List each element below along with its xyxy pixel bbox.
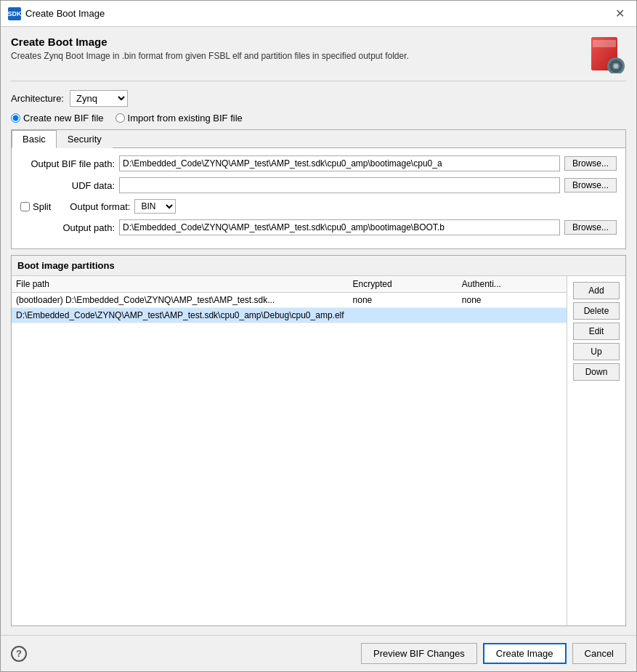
cell-filepath-1: (bootloader) D:\Embedded_Code\ZYNQ\AMP_t… — [12, 293, 349, 308]
radio-row: Create new BIF file Import from existing… — [11, 113, 626, 124]
partitions-header: Boot image partitions — [12, 256, 625, 276]
output-path-label: Output path: — [20, 222, 115, 233]
radio-create-new[interactable]: Create new BIF file — [11, 113, 104, 124]
arch-select[interactable]: Zynq ZynqMP — [70, 90, 128, 107]
title-bar: SDK Create Boot Image ✕ — [1, 1, 636, 27]
svg-rect-2 — [593, 40, 616, 47]
create-image-button[interactable]: Create Image — [483, 643, 567, 664]
udf-data-browse-btn[interactable]: Browse... — [564, 178, 617, 193]
footer: ? Preview BIF Changes Create Image Cance… — [1, 635, 636, 671]
split-checkbox-label[interactable]: Split — [20, 201, 51, 212]
split-checkbox[interactable] — [20, 202, 30, 211]
cell-authen-2 — [458, 308, 567, 323]
partitions-actions: Add Delete Edit Up Down — [567, 276, 625, 626]
udf-data-input[interactable] — [119, 177, 560, 193]
table-row[interactable]: (bootloader) D:\Embedded_Code\ZYNQ\AMP_t… — [12, 293, 567, 308]
add-button[interactable]: Add — [573, 282, 620, 299]
boot-image-icon — [588, 36, 626, 73]
help-icon[interactable]: ? — [11, 646, 27, 662]
delete-button[interactable]: Delete — [573, 302, 620, 320]
separator-1 — [11, 81, 626, 81]
tab-basic[interactable]: Basic — [12, 130, 57, 148]
udf-data-row: UDF data: Browse... — [20, 177, 617, 193]
output-bif-input[interactable] — [119, 155, 560, 171]
cell-encrypted-1: none — [349, 293, 458, 308]
col-header-authen: Authenti... — [458, 276, 567, 293]
header-text: Create Boot Image Creates Zynq Boot Imag… — [11, 36, 409, 61]
col-header-encrypted: Encrypted — [349, 276, 458, 293]
sdk-icon: SDK — [8, 7, 21, 20]
header-icon — [588, 36, 626, 73]
output-bif-browse-btn[interactable]: Browse... — [564, 156, 617, 171]
tab-bar: Basic Security — [12, 130, 625, 148]
tab-basic-content: Output BIF file path: Browse... UDF data… — [12, 148, 625, 248]
arch-label: Architecture: — [11, 93, 64, 104]
cell-authen-1: none — [458, 293, 567, 308]
dialog: SDK Create Boot Image ✕ Create Boot Imag… — [0, 0, 637, 672]
output-path-input[interactable] — [119, 219, 560, 235]
partitions-table-wrapper: File path Encrypted Authenti... (bootloa… — [12, 276, 567, 626]
title-bar-left: SDK Create Boot Image — [8, 7, 105, 20]
radio-import-input[interactable] — [115, 113, 125, 123]
radio-create-new-label: Create new BIF file — [23, 113, 104, 124]
radio-create-new-input[interactable] — [11, 113, 20, 123]
dialog-title: Create Boot Image — [11, 36, 409, 48]
down-button[interactable]: Down — [573, 363, 620, 381]
radio-import-label: Import from existing BIF file — [128, 113, 243, 124]
partitions-body: File path Encrypted Authenti... (bootloa… — [12, 276, 625, 626]
output-format-label: Output format: — [70, 201, 130, 212]
up-button[interactable]: Up — [573, 343, 620, 360]
udf-data-label: UDF data: — [20, 180, 115, 191]
svg-point-5 — [614, 64, 618, 68]
tab-security[interactable]: Security — [57, 130, 113, 148]
partitions-section: Boot image partitions File path Encrypte… — [11, 255, 626, 626]
output-format: Output format: BIN MCS — [70, 199, 176, 214]
output-path-row: Output path: Browse... — [20, 219, 617, 235]
content-area: Create Boot Image Creates Zynq Boot Imag… — [1, 27, 636, 635]
output-path-browse-btn[interactable]: Browse... — [564, 220, 617, 235]
dialog-description: Creates Zynq Boot Image in .bin format f… — [11, 51, 409, 61]
preview-bif-button[interactable]: Preview BIF Changes — [361, 643, 477, 664]
table-row[interactable]: D:\Embedded_Code\ZYNQ\AMP_test\AMP_test.… — [12, 308, 567, 323]
output-bif-row: Output BIF file path: Browse... — [20, 155, 617, 171]
cancel-button[interactable]: Cancel — [572, 643, 626, 664]
split-label: Split — [33, 201, 51, 212]
edit-button[interactable]: Edit — [573, 323, 620, 340]
title-bar-text: Create Boot Image — [25, 8, 105, 19]
partitions-table: File path Encrypted Authenti... (bootloa… — [12, 276, 567, 323]
footer-buttons: Preview BIF Changes Create Image Cancel — [361, 643, 626, 664]
cell-encrypted-2 — [349, 308, 458, 323]
output-format-select[interactable]: BIN MCS — [134, 199, 176, 214]
cell-filepath-2: D:\Embedded_Code\ZYNQ\AMP_test\AMP_test.… — [12, 308, 349, 323]
output-bif-label: Output BIF file path: — [20, 158, 115, 169]
table-header-row: File path Encrypted Authenti... — [12, 276, 567, 293]
col-header-filepath: File path — [12, 276, 349, 293]
header-section: Create Boot Image Creates Zynq Boot Imag… — [11, 36, 626, 73]
close-button[interactable]: ✕ — [611, 5, 629, 22]
arch-row: Architecture: Zynq ZynqMP — [11, 90, 626, 107]
split-format-row: Split Output format: BIN MCS — [20, 199, 617, 214]
tabs-panel: Basic Security Output BIF file path: Bro… — [11, 129, 626, 249]
radio-import[interactable]: Import from existing BIF file — [115, 113, 243, 124]
